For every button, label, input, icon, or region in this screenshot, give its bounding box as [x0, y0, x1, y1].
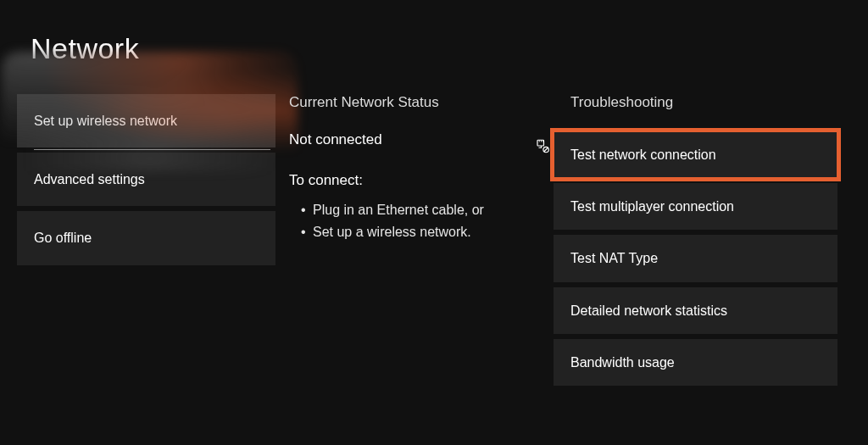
status-heading: Current Network Status [289, 94, 545, 111]
detailed-stats-button[interactable]: Detailed network statistics [554, 287, 837, 334]
bandwidth-usage-button[interactable]: Bandwidth usage [554, 339, 837, 386]
setup-wireless-label: Set up wireless network [34, 114, 177, 128]
troubleshooting-panel: Troubleshooting Test network connection … [554, 94, 837, 386]
connect-heading: To connect: [289, 172, 545, 189]
ethernet-disconnected-icon [535, 138, 550, 153]
connect-instructions: Plug in an Ethernet cable, or Set up a w… [289, 199, 545, 242]
go-offline-label: Go offline [34, 231, 92, 245]
test-nat-type-button[interactable]: Test NAT Type [554, 235, 837, 281]
troubleshooting-list: Test network connection Test multiplayer… [554, 131, 837, 386]
divider [34, 149, 270, 150]
connect-bullet: Plug in an Ethernet cable, or [304, 199, 545, 221]
page-title: Network [31, 32, 837, 65]
go-offline-button[interactable]: Go offline [17, 211, 275, 264]
test-network-button[interactable]: Test network connection [554, 131, 837, 178]
settings-list: Set up wireless network Advanced setting… [17, 94, 275, 265]
troubleshooting-item-label: Bandwidth usage [570, 355, 675, 370]
advanced-settings-label: Advanced settings [34, 172, 145, 186]
setup-wireless-button[interactable]: Set up wireless network [17, 94, 275, 147]
connect-bullet: Set up a wireless network. [304, 221, 545, 243]
troubleshooting-item-label: Test network connection [570, 147, 716, 162]
troubleshooting-item-label: Detailed network statistics [570, 303, 727, 318]
advanced-settings-button[interactable]: Advanced settings [17, 153, 275, 206]
troubleshooting-item-label: Test NAT Type [570, 251, 658, 265]
troubleshooting-item-label: Test multiplayer connection [570, 199, 734, 214]
test-multiplayer-button[interactable]: Test multiplayer connection [554, 183, 837, 230]
status-value: Not connected [289, 131, 545, 148]
troubleshooting-heading: Troubleshooting [554, 94, 837, 111]
status-panel: Current Network Status Not connected To … [289, 94, 554, 242]
